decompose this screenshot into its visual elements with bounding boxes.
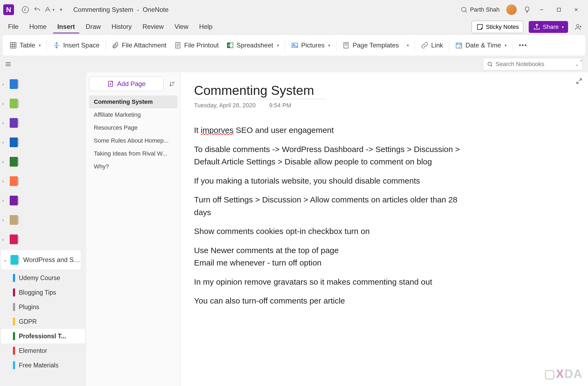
notebook-item[interactable]: › [0, 210, 86, 230]
ribbon-table[interactable]: Table▾ [6, 39, 44, 51]
back-button[interactable] [19, 4, 31, 16]
menu-review[interactable]: Review [138, 21, 168, 33]
notebook-icon [11, 255, 18, 265]
paragraph[interactable]: You can also turn-off comments per artic… [194, 295, 464, 307]
app-name: OneNote [143, 6, 168, 13]
nav-toggle-button[interactable] [3, 59, 13, 70]
ribbon-file-attachment[interactable]: File Attachment [108, 39, 170, 51]
section-label: Elementor [19, 347, 47, 354]
note-body[interactable]: It imporves SEO and user engagement To d… [194, 124, 464, 307]
customize-qat-button[interactable]: ▾ [55, 4, 67, 16]
section-item[interactable]: GDPR [1, 314, 85, 329]
notebook-item[interactable]: › [0, 94, 86, 113]
separator [105, 39, 106, 52]
ribbon-collapse-button[interactable]: ⌄ [579, 57, 583, 62]
menu-history[interactable]: History [107, 21, 136, 33]
spreadsheet-icon: X [226, 42, 234, 49]
people-button[interactable] [572, 21, 584, 33]
insert-space-icon [53, 42, 60, 49]
notebook-item[interactable]: › [0, 152, 86, 171]
misspelled-word[interactable]: imporves [201, 126, 234, 135]
ribbon-pictures[interactable]: Pictures▾ [287, 39, 334, 51]
paragraph[interactable]: In my opinion remove gravatars so it mak… [194, 276, 464, 288]
search-box[interactable]: ⌄ [483, 58, 583, 70]
svg-point-1 [462, 7, 466, 12]
ribbon-more[interactable]: ••• [515, 39, 531, 51]
menu-help[interactable]: Help [195, 21, 217, 33]
page-list-item[interactable]: Taking Ideas from Rival W... [89, 147, 178, 160]
search-button[interactable] [458, 4, 470, 16]
chevron-down-icon: ⌄ [3, 257, 8, 263]
section-label: Plugins [19, 304, 39, 311]
section-item[interactable]: Elementor [1, 343, 85, 358]
sort-button[interactable] [167, 78, 178, 89]
page-content[interactable]: Commenting System Tuesday, April 28, 202… [181, 72, 588, 386]
paragraph[interactable]: To disable comments -> WordPress Dashboa… [194, 143, 464, 168]
section-item[interactable]: Udemy Course [1, 271, 85, 285]
paragraph[interactable]: Use Newer comments at the top of page Em… [194, 244, 464, 269]
svg-point-0 [22, 6, 28, 13]
user-name[interactable]: Parth Shah [470, 6, 500, 13]
notebook-icon [10, 118, 18, 128]
chevron-down-icon: ▾ [277, 43, 279, 47]
maximize-button[interactable] [550, 4, 568, 16]
section-label: Free Materials [19, 362, 58, 369]
table-icon [9, 42, 17, 49]
notebook-item[interactable]: › [0, 230, 86, 249]
section-item[interactable]: Free Materials [1, 358, 85, 373]
svg-rect-11 [344, 43, 348, 48]
menu-home[interactable]: Home [25, 21, 51, 33]
menu-view[interactable]: View [170, 21, 193, 33]
undo-button[interactable] [31, 4, 43, 16]
page-meta: Tuesday, April 28, 2020 9:54 PM [194, 102, 575, 109]
section-item[interactable]: Plugins [1, 300, 85, 314]
printout-icon [174, 42, 182, 49]
notebook-item[interactable]: › [0, 191, 86, 210]
ribbon-page-templates-label: Page Templates [352, 42, 399, 49]
page-list-item[interactable]: Some Rules About Homep... [89, 134, 178, 147]
menu-draw[interactable]: Draw [81, 21, 105, 33]
section-color-tab [13, 303, 15, 311]
page-list-item[interactable]: Commenting System [89, 95, 178, 108]
page-list-item[interactable]: Affiliate Marketing [89, 108, 178, 121]
styles-button[interactable]: ▾ [43, 4, 55, 16]
page-list-item[interactable]: Why? [89, 160, 178, 173]
section-item[interactable]: Professionsl T... [1, 329, 85, 343]
notebook-icon [10, 176, 18, 186]
chevron-down-icon: ▾ [407, 43, 409, 47]
chevron-down-icon: ▾ [328, 43, 330, 47]
search-icon [487, 61, 493, 67]
menu-insert[interactable]: Insert [53, 21, 79, 33]
user-avatar[interactable] [506, 4, 517, 15]
ribbon-date-time[interactable]: Date & Time▾ [451, 39, 510, 51]
menu-file[interactable]: File [4, 21, 23, 33]
notebook-item[interactable]: › [0, 74, 86, 94]
paragraph[interactable]: If you making a tutorials website, you s… [194, 175, 464, 187]
ribbon-link[interactable]: Link [417, 39, 447, 51]
close-button[interactable] [568, 4, 585, 16]
notebook-expanded[interactable]: ⌄ WordPress and SEO [1, 250, 81, 270]
chevron-right-icon: › [2, 120, 8, 126]
page-list-item[interactable]: Resources Page [89, 121, 178, 134]
lightbulb-button[interactable] [521, 4, 533, 16]
share-icon [533, 23, 541, 31]
ribbon-file-printout[interactable]: File Printout [170, 39, 223, 51]
search-input[interactable] [496, 61, 572, 68]
chevron-down-icon[interactable]: ⌄ [575, 62, 579, 67]
sticky-notes-button[interactable]: Sticky Notes [472, 21, 523, 33]
expand-button[interactable] [576, 78, 583, 86]
paragraph[interactable]: It imporves SEO and user engagement [194, 124, 464, 137]
ribbon-insert-space[interactable]: Insert Space [49, 39, 103, 51]
ribbon-spreadsheet[interactable]: X Spreadsheet▾ [223, 39, 283, 51]
notebook-item[interactable]: › [0, 171, 86, 191]
ribbon-page-templates[interactable]: Page Templates ▾ [338, 39, 413, 51]
minimize-button[interactable] [533, 4, 550, 16]
paragraph[interactable]: Turn off Settings > Discussion > Allow c… [194, 194, 464, 219]
notebook-item[interactable]: › [0, 113, 86, 133]
section-item[interactable]: Blogging Tips [1, 285, 85, 300]
page-title[interactable]: Commenting System [194, 83, 326, 99]
paragraph[interactable]: Show comments cookies opt-in checkbox tu… [194, 225, 464, 238]
notebook-item[interactable]: › [0, 133, 86, 152]
share-button[interactable]: Share ▾ [529, 21, 568, 33]
add-page-button[interactable]: Add Page [89, 77, 164, 91]
